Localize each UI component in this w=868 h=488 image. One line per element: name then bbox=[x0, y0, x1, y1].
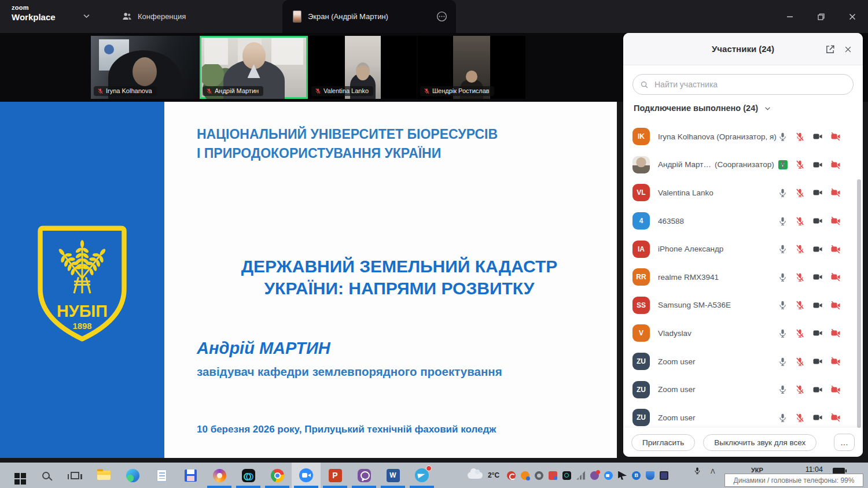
tab-options-icon[interactable] bbox=[436, 10, 448, 23]
mute-all-button[interactable]: Выключить звук для всех bbox=[703, 434, 816, 451]
participant-row[interactable]: ZU Zoom user bbox=[623, 347, 863, 376]
weather-temperature[interactable]: 2°C bbox=[488, 471, 499, 479]
tray-cursor-icon[interactable] bbox=[618, 471, 627, 480]
tab-meeting[interactable]: Конференция bbox=[116, 0, 192, 33]
mic-on-icon bbox=[778, 160, 788, 169]
connection-section-label: Подключение выполнено (24) bbox=[634, 103, 758, 113]
mic-on-icon bbox=[778, 413, 788, 423]
participant-row[interactable]: Андрій Март… (Соорганизатор) bbox=[623, 151, 863, 179]
mic-muted-icon bbox=[795, 188, 805, 198]
mic-on-icon bbox=[778, 272, 788, 282]
taskbar-browser-icon[interactable] bbox=[205, 463, 234, 488]
participant-row[interactable]: 4 463588 bbox=[623, 207, 863, 235]
participant-row[interactable]: SS Samsung SM-A536E bbox=[623, 291, 863, 320]
participant-row[interactable]: VL Valentina Lanko bbox=[623, 179, 863, 207]
close-panel-icon[interactable] bbox=[844, 33, 852, 65]
participant-row[interactable]: ZU Zoom user bbox=[623, 404, 863, 428]
minimize-button[interactable] bbox=[774, 0, 806, 33]
participant-search[interactable] bbox=[632, 74, 854, 95]
taskbar-explorer-icon[interactable] bbox=[89, 463, 118, 488]
clock[interactable]: 11:04 bbox=[806, 465, 823, 474]
camera-on-icon bbox=[812, 216, 823, 226]
scrollbar-thumb[interactable] bbox=[857, 179, 861, 428]
tray-display-icon[interactable] bbox=[660, 471, 668, 480]
taskbar-notes-icon[interactable] bbox=[147, 463, 176, 488]
mic-on-icon bbox=[778, 188, 788, 198]
camera-on-icon bbox=[812, 412, 823, 423]
popout-icon[interactable] bbox=[825, 33, 835, 65]
taskbar-word-icon[interactable]: W bbox=[378, 463, 407, 488]
mic-on-icon bbox=[778, 300, 788, 310]
close-button[interactable] bbox=[837, 0, 868, 33]
participant-row[interactable]: IA iPhone Александр bbox=[623, 235, 863, 263]
tray-webex-icon[interactable] bbox=[562, 471, 571, 480]
participant-row[interactable]: RR realme RMX3941 bbox=[623, 263, 863, 291]
tray-ccleaner-icon[interactable] bbox=[507, 471, 516, 480]
participant-status-icons bbox=[778, 216, 841, 226]
tab-screen-share[interactable]: Экран (Андрій Мартин) bbox=[282, 0, 456, 33]
tray-gear-icon[interactable] bbox=[535, 471, 543, 480]
taskbar-right: ᐱ УКР 11:04 Динамики / головные телефоны… bbox=[706, 463, 868, 488]
camera-off-icon bbox=[830, 160, 841, 170]
camera-off-icon bbox=[830, 272, 841, 282]
running-indicator bbox=[352, 486, 376, 488]
tray-shield-icon[interactable] bbox=[646, 471, 654, 480]
tray-signal-icon[interactable] bbox=[576, 471, 585, 480]
participant-name: Шендрік Ростислав bbox=[432, 87, 490, 94]
avatar: ZU bbox=[632, 409, 650, 426]
participant-row[interactable]: V Vladyslav bbox=[623, 319, 863, 347]
hidden-icons-chevron[interactable]: ᐱ bbox=[711, 468, 715, 475]
participant-name: Samsung SM-A536E bbox=[658, 301, 731, 309]
video-tile[interactable]: Valentina Lanko bbox=[308, 36, 417, 99]
taskbar-save-icon[interactable] bbox=[176, 463, 205, 488]
invite-button[interactable]: Пригласить bbox=[631, 434, 695, 451]
maximize-button[interactable] bbox=[806, 0, 837, 33]
taskbar-chrome-icon[interactable] bbox=[263, 463, 292, 488]
app-icon bbox=[14, 473, 20, 478]
tray-red-app-icon[interactable] bbox=[549, 471, 557, 480]
mic-muted-icon bbox=[795, 160, 805, 169]
video-tile[interactable]: Iryna Kolhanova bbox=[91, 36, 199, 99]
microphone-tray-icon[interactable] bbox=[693, 467, 701, 477]
taskbar-start-icon[interactable] bbox=[2, 463, 31, 488]
taskbar-webex-icon[interactable] bbox=[234, 463, 263, 488]
running-indicator bbox=[381, 486, 405, 488]
app-icon bbox=[242, 469, 255, 482]
tray-bluetooth-icon[interactable]: B bbox=[632, 471, 641, 480]
presenter-role: завідувач кафедри землевпорядного проект… bbox=[197, 365, 502, 379]
more-options-button[interactable]: … bbox=[834, 434, 855, 451]
participant-status-icons bbox=[778, 244, 841, 254]
avatar: IK bbox=[632, 128, 650, 145]
tray-viber-icon[interactable] bbox=[590, 471, 599, 480]
language-indicator[interactable]: УКР bbox=[751, 467, 763, 474]
participant-row[interactable]: IK Iryna Kolhanova (Организатор, я) bbox=[623, 123, 863, 151]
taskbar-edge-icon[interactable] bbox=[118, 463, 147, 488]
video-tile[interactable]: Шендрік Ростислав bbox=[417, 36, 525, 99]
taskbar-zoom-icon[interactable] bbox=[292, 463, 321, 488]
taskbar-powerpoint-icon[interactable]: P bbox=[321, 463, 350, 488]
window-controls bbox=[774, 0, 868, 33]
weather-cloud-icon[interactable] bbox=[468, 472, 483, 479]
zoom-workplace-logo: zoom Workplace bbox=[12, 5, 56, 21]
mic-muted-icon bbox=[206, 88, 212, 94]
camera-on-icon bbox=[812, 300, 823, 310]
tray-orange-app-icon[interactable] bbox=[521, 471, 529, 480]
connection-section[interactable]: Подключение выполнено (24) bbox=[634, 103, 852, 113]
participant-name: Zoom user bbox=[658, 385, 696, 394]
chevron-down-icon[interactable] bbox=[82, 12, 91, 23]
video-name-label: Андрій Мартин bbox=[203, 86, 263, 96]
chevron-down-icon[interactable] bbox=[764, 105, 771, 112]
participant-status-icons bbox=[778, 187, 841, 198]
taskbar-taskview-icon[interactable] bbox=[60, 463, 89, 488]
participant-status-icons bbox=[778, 300, 841, 310]
app-icon bbox=[271, 469, 284, 482]
participant-row[interactable]: ZU Zoom user bbox=[623, 375, 863, 404]
brand-workplace: Workplace bbox=[12, 13, 56, 21]
taskbar-telegram-icon[interactable] bbox=[407, 463, 436, 488]
video-tile[interactable]: Андрій Мартин bbox=[200, 36, 308, 99]
taskbar-search-icon[interactable] bbox=[31, 463, 60, 488]
tray-zoom-icon[interactable] bbox=[604, 471, 613, 480]
search-input[interactable] bbox=[653, 79, 846, 90]
taskbar-viber-icon[interactable] bbox=[350, 463, 378, 488]
participant-name: Vladyslav bbox=[658, 329, 692, 338]
